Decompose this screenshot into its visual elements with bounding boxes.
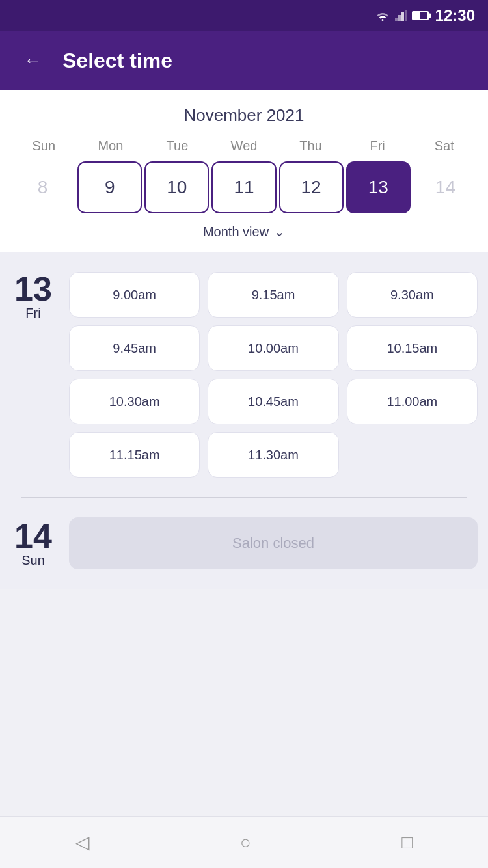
home-nav-icon[interactable]: ○ xyxy=(230,822,262,863)
bottom-nav: ◁ ○ □ xyxy=(0,816,488,868)
dates-row[interactable]: 891011121314 xyxy=(10,161,478,213)
time-slots-grid: 9.00am9.15am9.30am9.45am10.00am10.15am10… xyxy=(69,272,478,478)
month-view-toggle[interactable]: Month view ⌄ xyxy=(10,213,478,252)
day-name: Sun xyxy=(21,553,45,568)
salon-closed-message: Salon closed xyxy=(69,517,478,569)
slots-section: 13Fri9.00am9.15am9.30am9.45am10.00am10.1… xyxy=(0,252,488,589)
time-slot[interactable]: 9.30am xyxy=(347,272,478,318)
time-slot[interactable]: 9.45am xyxy=(69,325,200,371)
status-time: 12:30 xyxy=(435,7,475,25)
closed-day-block: 14SunSalon closed xyxy=(10,498,478,589)
calendar-date[interactable]: 12 xyxy=(279,161,344,213)
time-slot[interactable]: 9.00am xyxy=(69,272,200,318)
weekday-label: Mon xyxy=(77,136,144,156)
back-button[interactable]: ← xyxy=(18,45,47,76)
status-icons xyxy=(375,10,429,21)
open-day-block: 13Fri9.00am9.15am9.30am9.45am10.00am10.1… xyxy=(10,252,478,497)
svg-rect-2 xyxy=(401,12,404,21)
calendar-date[interactable]: 14 xyxy=(413,161,478,213)
weekday-label: Sun xyxy=(10,136,77,156)
svg-rect-0 xyxy=(395,18,398,21)
calendar-date[interactable]: 13 xyxy=(346,161,411,213)
page-title: Select time xyxy=(62,49,172,73)
calendar-date[interactable]: 9 xyxy=(77,161,142,213)
weekday-label: Fri xyxy=(344,136,411,156)
app-header: ← Select time xyxy=(0,31,488,90)
svg-rect-1 xyxy=(398,15,401,21)
status-bar: 12:30 xyxy=(0,0,488,31)
time-slot[interactable]: 10.15am xyxy=(347,325,478,371)
calendar-date[interactable]: 8 xyxy=(10,161,75,213)
calendar-date[interactable]: 10 xyxy=(144,161,209,213)
svg-rect-3 xyxy=(405,10,407,21)
time-slot[interactable]: 10.00am xyxy=(208,325,338,371)
day-number-block: 14Sun xyxy=(10,519,56,568)
weekday-label: Thu xyxy=(277,136,344,156)
back-nav-icon[interactable]: ◁ xyxy=(65,821,100,863)
time-slot[interactable]: 10.45am xyxy=(208,379,338,424)
calendar-section: November 2021 SunMonTueWedThuFriSat 8910… xyxy=(0,90,488,252)
day-number-block: 13Fri xyxy=(10,272,56,321)
time-slot[interactable]: 9.15am xyxy=(208,272,338,318)
day-number: 13 xyxy=(14,272,52,306)
battery-icon xyxy=(412,11,429,20)
time-slot[interactable]: 11.00am xyxy=(347,379,478,424)
time-slot[interactable]: 11.15am xyxy=(69,432,200,478)
time-slot[interactable]: 11.30am xyxy=(208,432,338,478)
calendar-date[interactable]: 11 xyxy=(211,161,276,213)
weekday-label: Wed xyxy=(211,136,278,156)
signal-icon xyxy=(395,10,407,21)
time-slot[interactable]: 10.30am xyxy=(69,379,200,424)
wifi-icon xyxy=(375,10,390,21)
recent-nav-icon[interactable]: □ xyxy=(391,822,423,863)
day-number: 14 xyxy=(14,519,52,553)
month-label: November 2021 xyxy=(10,105,478,126)
weekday-label: Tue xyxy=(144,136,211,156)
weekday-label: Sat xyxy=(411,136,478,156)
month-view-label: Month view xyxy=(203,224,269,239)
weekday-row: SunMonTueWedThuFriSat xyxy=(10,136,478,156)
chevron-down-icon: ⌄ xyxy=(274,224,285,239)
day-name: Fri xyxy=(25,306,40,321)
